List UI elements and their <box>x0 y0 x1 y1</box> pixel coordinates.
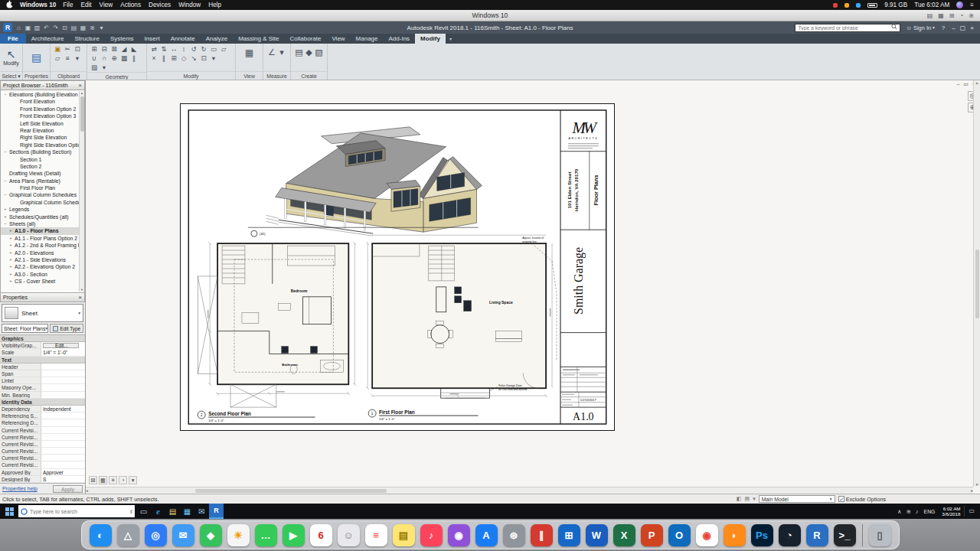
messages[interactable]: … <box>255 524 277 546</box>
task-view-icon[interactable]: ▭ <box>136 504 151 519</box>
panel-label-create[interactable]: Create <box>291 71 327 80</box>
revit-taskbar-icon[interactable]: R <box>209 504 224 519</box>
ribbon-tab[interactable]: Systems <box>105 34 139 44</box>
panel-label-select[interactable]: Select ▾ <box>0 71 22 80</box>
save-icon[interactable]: ▥ <box>33 24 41 31</box>
dock-app-icon[interactable]: Ps <box>751 524 773 546</box>
scale-icon[interactable]: ◇ <box>179 54 188 63</box>
wall-icon[interactable]: ◣ <box>129 45 139 54</box>
safari[interactable]: ◎ <box>145 524 167 546</box>
windows-vm[interactable]: ⊞ <box>558 524 580 546</box>
modify-more-icon[interactable]: ▾ <box>209 54 218 63</box>
sun-path-icon[interactable]: ◔ <box>119 476 127 484</box>
vscroll-thumb[interactable] <box>975 249 979 318</box>
scroll-down-icon[interactable]: ▾ <box>976 482 978 487</box>
open-icon[interactable]: ▣ <box>24 24 32 31</box>
file-explorer-icon[interactable]: ▤ <box>165 504 180 519</box>
property-row[interactable]: Current Revisi... <box>0 455 85 461</box>
dock-app-icon[interactable]: ◗ <box>724 524 746 546</box>
visual-style-icon[interactable]: ☀ <box>109 476 117 484</box>
network-icon[interactable]: ≋ <box>906 508 910 515</box>
store-icon[interactable]: ▦ <box>180 504 194 519</box>
help-icon[interactable]: ? <box>942 24 945 31</box>
steam[interactable]: ◔ <box>779 524 801 546</box>
system-preferences[interactable]: ⊛ <box>503 524 525 546</box>
dock-app-icon[interactable]: … <box>255 524 277 546</box>
tree-item[interactable]: Front Elevation <box>1 98 84 105</box>
search-icon[interactable] <box>891 24 897 31</box>
menubar-menu-item[interactable]: Actions <box>120 2 141 8</box>
property-value[interactable] <box>41 412 85 419</box>
property-value[interactable] <box>41 364 85 370</box>
pin-icon[interactable]: ⊞ <box>169 54 178 63</box>
cope-icon[interactable]: ⊞ <box>90 45 99 54</box>
minimize-icon[interactable]: – <box>952 24 955 31</box>
vm-devices-icon[interactable]: ▤ <box>927 12 933 19</box>
edge-icon[interactable]: e <box>151 504 165 519</box>
taskbar-search[interactable]: ‖ <box>18 505 135 517</box>
split-icon[interactable]: ∥ <box>159 54 168 63</box>
menubar-clock[interactable]: Tue 6:02 AM <box>914 2 949 8</box>
photoshop[interactable]: Ps <box>751 524 773 546</box>
tree-item[interactable]: + Schedules/Quantities (all) <box>1 214 84 220</box>
app-store[interactable]: A <box>475 524 498 546</box>
start-button[interactable] <box>0 504 18 519</box>
property-row[interactable]: Identity Data <box>0 399 85 406</box>
menubar-menu-item[interactable]: View <box>100 2 113 8</box>
dock-app-icon[interactable]: ▤ <box>393 524 415 546</box>
vm-fullscreen-icon[interactable]: ⊞ <box>949 12 955 19</box>
menubar-menu-item[interactable]: File <box>63 2 73 8</box>
property-value[interactable] <box>41 370 85 377</box>
clipboard-more-icon[interactable]: ▾ <box>73 54 82 63</box>
array-icon[interactable]: ↻ <box>199 45 208 54</box>
word[interactable]: W <box>586 524 608 546</box>
tree-item[interactable]: + A1.2 - 2nd & Roof Framing Pl <box>1 242 84 249</box>
parallels-status-icon-orange[interactable] <box>844 3 849 8</box>
property-row[interactable]: Approved By Approver <box>0 469 85 476</box>
tree-item[interactable]: + A1.0 - Floor Plans <box>1 227 84 234</box>
ribbon-tab[interactable]: Collaborate <box>284 34 326 44</box>
instance-combo[interactable]: Sheet: Floor Plans ▾ <box>2 324 48 333</box>
dock-app-icon[interactable]: W <box>586 524 608 546</box>
worksets-icon[interactable]: ◧ <box>737 496 742 502</box>
horizontal-scrollbar[interactable]: ◂ ▸ <box>86 487 973 494</box>
project-browser-scrollbar[interactable]: ▴ ▾ <box>79 91 84 292</box>
ribbon-tab[interactable]: Architecture <box>26 34 70 44</box>
property-value[interactable]: Edit... <box>43 343 79 348</box>
tree-item[interactable]: − Graphical Column Schedules <box>1 191 84 198</box>
property-row[interactable]: Text <box>0 357 85 364</box>
property-row[interactable]: Current Revisi... <box>0 427 85 434</box>
tree-item[interactable]: − Elevations (Building Elevation <box>1 91 84 98</box>
dock-app-icon[interactable]: ≡ <box>365 524 387 546</box>
view-restore-icon[interactable]: ▭ <box>963 81 969 87</box>
extend-icon[interactable]: ▱ <box>219 45 228 54</box>
property-row[interactable]: Designed By S <box>0 476 85 483</box>
property-value[interactable]: Approver <box>41 469 85 476</box>
property-row[interactable]: Current Revisi... <box>0 461 85 468</box>
property-value[interactable] <box>41 427 85 434</box>
tree-item[interactable]: − Area Plans (Rentable) <box>1 178 84 184</box>
powerpoint[interactable]: P <box>641 524 663 546</box>
panel-label-clipboard[interactable]: Clipboard <box>51 71 87 80</box>
cortana-icon[interactable] <box>21 504 28 518</box>
scroll-up-icon[interactable]: ▴ <box>81 91 83 95</box>
tree-item[interactable]: + A1.1 - Floor Plans Option 2 <box>1 235 84 242</box>
thin-lines-icon[interactable]: ≋ <box>88 24 96 31</box>
property-value[interactable] <box>41 419 85 426</box>
reminders[interactable]: ≡ <box>365 524 387 546</box>
tree-item[interactable]: + A2.1 - Side Elevations <box>1 256 84 263</box>
exclude-options-checkbox[interactable]: ✓ Exclude Options <box>838 496 886 503</box>
detail-level-icon[interactable]: ▦ <box>99 476 107 484</box>
revit-dock[interactable]: R <box>806 524 828 546</box>
dock-app-icon[interactable]: ☀ <box>227 524 250 546</box>
tree-expander-icon[interactable]: + <box>8 227 13 234</box>
excel[interactable]: X <box>613 524 635 546</box>
property-row[interactable]: Min. Bearing <box>0 392 85 399</box>
type-selector-chevron-icon[interactable]: ▾ <box>78 311 80 315</box>
tree-expander-icon[interactable]: + <box>3 214 8 220</box>
tree-item[interactable]: Left Side Elevation <box>1 120 84 127</box>
ribbon-tab[interactable]: Add-Ins <box>384 34 416 44</box>
home-icon[interactable]: ⌂ <box>15 24 23 31</box>
podcasts[interactable]: ◉ <box>448 524 470 546</box>
paint-icon[interactable]: ▦ <box>119 54 129 63</box>
